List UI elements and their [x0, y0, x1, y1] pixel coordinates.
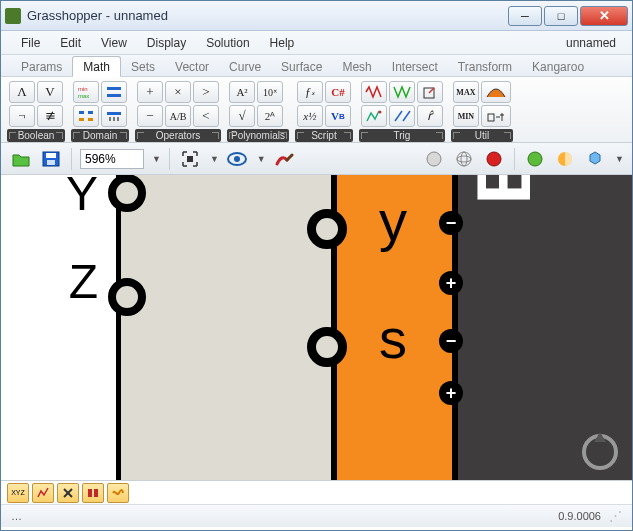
vb-icon[interactable]: VB — [325, 105, 351, 127]
add-input-icon[interactable]: + — [439, 271, 463, 295]
cosine-icon[interactable] — [389, 81, 415, 103]
max-icon[interactable]: MAX — [453, 81, 479, 103]
tab-kangaroo[interactable]: Kangaroo — [522, 57, 594, 76]
arcsine-icon[interactable] — [361, 105, 387, 127]
zoom-extents-icon[interactable] — [178, 147, 202, 171]
menu-view[interactable]: View — [91, 34, 137, 52]
menu-display[interactable]: Display — [137, 34, 196, 52]
wireframe-icon[interactable] — [452, 147, 476, 171]
evaluate-icon[interactable]: ƒₓ — [297, 81, 323, 103]
tab-mesh[interactable]: Mesh — [332, 57, 381, 76]
preview-settings-icon[interactable] — [583, 147, 607, 171]
sine-icon[interactable] — [361, 81, 387, 103]
degrees-icon[interactable] — [417, 81, 443, 103]
expression-icon[interactable]: x½ — [297, 105, 323, 127]
tangent-icon[interactable] — [389, 105, 415, 127]
sqrt-icon[interactable]: √ — [229, 105, 255, 127]
group-label[interactable]: Boolean — [7, 129, 65, 142]
maximize-button[interactable]: □ — [544, 6, 578, 26]
divide-ab-icon[interactable]: A/B — [165, 105, 191, 127]
compass-icon[interactable] — [578, 430, 622, 474]
square-icon[interactable]: A² — [229, 81, 255, 103]
radians-icon[interactable]: r̂ — [417, 105, 443, 127]
menu-file[interactable]: File — [11, 34, 50, 52]
svg-point-14 — [378, 111, 381, 114]
group-label[interactable]: Trig — [359, 129, 445, 142]
zoom-field[interactable]: 596% — [80, 149, 144, 169]
open-file-icon[interactable] — [9, 147, 33, 171]
tab-curve[interactable]: Curve — [219, 57, 271, 76]
add-icon[interactable]: + — [137, 81, 163, 103]
output-port[interactable] — [108, 278, 146, 316]
preview-mesh-icon[interactable] — [553, 147, 577, 171]
subtract-icon[interactable]: − — [137, 105, 163, 127]
canvas[interactable]: Y Z y s EV − + − + — [1, 175, 632, 481]
menu-help[interactable]: Help — [260, 34, 305, 52]
less-icon[interactable]: < — [193, 105, 219, 127]
save-icon[interactable] — [39, 147, 63, 171]
power2-icon[interactable]: 2ᴬ — [257, 105, 283, 127]
sketch-icon[interactable] — [272, 147, 296, 171]
domain-icon[interactable] — [101, 81, 127, 103]
window-title: Grasshopper - unnamed — [27, 8, 506, 23]
svg-rect-5 — [88, 111, 93, 114]
output-port[interactable] — [108, 175, 146, 212]
app-icon — [5, 8, 21, 24]
group-label[interactable]: Domain — [71, 129, 129, 142]
profiler-widget-icon[interactable] — [32, 483, 54, 503]
dropdown-icon[interactable]: ▼ — [615, 154, 624, 164]
cluster-widget-icon[interactable] — [82, 483, 104, 503]
tab-sets[interactable]: Sets — [121, 57, 165, 76]
component-panel[interactable]: Y Z — [1, 175, 121, 481]
tab-params[interactable]: Params — [11, 57, 72, 76]
ribbon: Λ V ¬ ≢ Boolean minmax Domain + — [1, 77, 632, 143]
svg-rect-24 — [187, 156, 193, 162]
group-label[interactable]: Operators — [135, 129, 221, 142]
add-input-icon[interactable]: + — [439, 381, 463, 405]
close-button[interactable]: ✕ — [580, 6, 628, 26]
align-widget-icon[interactable] — [57, 483, 79, 503]
resize-grip-icon[interactable]: ⋰ — [609, 512, 622, 520]
remove-input-icon[interactable]: − — [439, 211, 463, 235]
output-label-y: Y — [66, 175, 98, 218]
minimize-button[interactable]: ─ — [508, 6, 542, 26]
min-icon[interactable]: MIN — [453, 105, 479, 127]
gate-not-icon[interactable]: ¬ — [9, 105, 35, 127]
bounds-icon[interactable]: minmax — [73, 81, 99, 103]
greater-icon[interactable]: > — [193, 81, 219, 103]
remove-input-icon[interactable]: − — [439, 329, 463, 353]
group-label[interactable]: Script — [295, 129, 353, 142]
tab-vector[interactable]: Vector — [165, 57, 219, 76]
no-preview-icon[interactable] — [482, 147, 506, 171]
gate-and-icon[interactable]: Λ — [9, 81, 35, 103]
divide-domain-icon[interactable] — [101, 105, 127, 127]
status-bar: … 0.9.0006 ⋰ — [1, 505, 632, 527]
xyz-widget-icon[interactable]: XYZ — [7, 483, 29, 503]
power10-icon[interactable]: 10ˣ — [257, 81, 283, 103]
gate-or-icon[interactable]: V — [37, 81, 63, 103]
csharp-icon[interactable]: C# — [325, 81, 351, 103]
average-icon[interactable] — [481, 105, 511, 127]
output-label-z: Z — [69, 258, 98, 306]
tab-surface[interactable]: Surface — [271, 57, 332, 76]
input-port[interactable] — [307, 209, 347, 249]
multiply-icon[interactable]: × — [165, 81, 191, 103]
shaded-icon[interactable] — [422, 147, 446, 171]
menu-edit[interactable]: Edit — [50, 34, 91, 52]
markov-widget-icon[interactable] — [107, 483, 129, 503]
menu-solution[interactable]: Solution — [196, 34, 259, 52]
interpolate-icon[interactable] — [481, 81, 511, 103]
gate-neq-icon[interactable]: ≢ — [37, 105, 63, 127]
consecutive-icon[interactable] — [73, 105, 99, 127]
group-label[interactable]: Polynomials — [227, 129, 289, 142]
preview-selected-icon[interactable] — [523, 147, 547, 171]
dropdown-icon[interactable]: ▼ — [257, 154, 266, 164]
tab-transform[interactable]: Transform — [448, 57, 522, 76]
zoom-dropdown-icon[interactable]: ▼ — [152, 154, 161, 164]
tab-intersect[interactable]: Intersect — [382, 57, 448, 76]
input-port[interactable] — [307, 327, 347, 367]
tab-math[interactable]: Math — [72, 56, 121, 77]
group-label[interactable]: Util — [451, 129, 513, 142]
preview-icon[interactable] — [225, 147, 249, 171]
dropdown-icon[interactable]: ▼ — [210, 154, 219, 164]
